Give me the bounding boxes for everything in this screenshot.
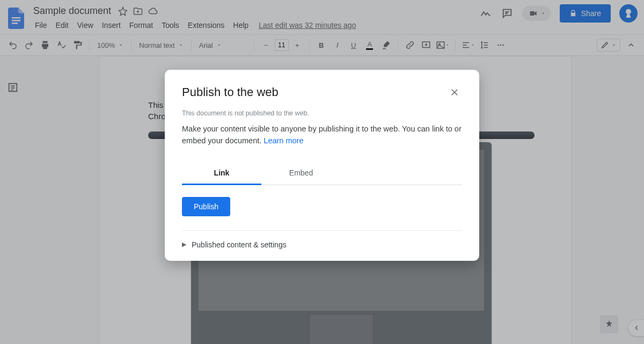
dialog-tabs: Link Embed xyxy=(182,163,462,185)
tab-link[interactable]: Link xyxy=(182,163,261,185)
publish-button[interactable]: Publish xyxy=(182,197,230,216)
dialog-status: This document is not published to the we… xyxy=(182,109,462,117)
dialog-description-text: Make your content visible to anyone by p… xyxy=(182,125,462,145)
expander-label: Published content & settings xyxy=(192,240,287,249)
divider xyxy=(182,230,462,231)
close-icon xyxy=(450,87,459,97)
dialog-title: Publish to the web xyxy=(182,85,279,99)
caret-right-icon: ▶ xyxy=(182,241,186,248)
dialog-description: Make your content visible to anyone by p… xyxy=(182,123,462,147)
learn-more-link[interactable]: Learn more xyxy=(264,136,303,145)
dialog-header: Publish to the web xyxy=(182,85,462,100)
published-content-expander[interactable]: ▶ Published content & settings xyxy=(182,240,462,249)
close-button[interactable] xyxy=(447,85,462,100)
tab-embed[interactable]: Embed xyxy=(261,163,341,185)
publish-dialog: Publish to the web This document is not … xyxy=(165,70,479,261)
